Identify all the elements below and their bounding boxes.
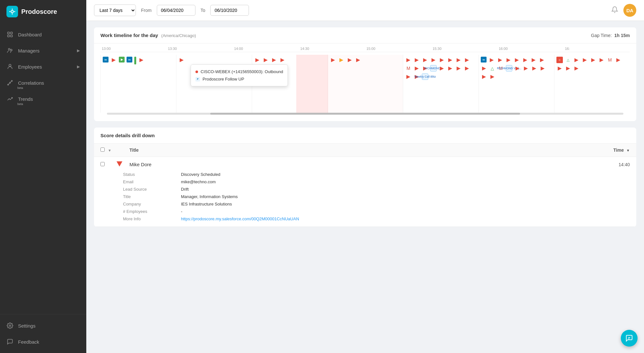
timeline-container[interactable]: 13:00 13:30 14:00 14:30 15:00 15:30 16:0… — [94, 43, 636, 121]
cisco-event-24[interactable]: ▶ — [455, 65, 462, 72]
cisco-event-48[interactable]: ▶ — [565, 65, 571, 72]
green-event[interactable] — [134, 57, 136, 64]
svg-point-5 — [8, 48, 10, 50]
cisco-event-8[interactable]: ▶ — [330, 57, 336, 63]
cisco-event-30[interactable]: ▶ — [505, 57, 512, 63]
cisco-event-10[interactable]: ▶ — [346, 57, 353, 63]
select-all-checkbox[interactable] — [100, 148, 105, 152]
cisco-event-38[interactable]: ▶ — [531, 65, 537, 72]
cal-event-2[interactable]: Weekly Call Blitz — [422, 73, 428, 80]
timeline-scrollbar-thumb — [210, 113, 520, 115]
events-area: in ▶ ▶ in ▶ ▶ ▶ — [100, 55, 630, 113]
cisco-event-47[interactable]: ▶ — [556, 65, 563, 72]
cisco-event-2[interactable]: ▶ — [138, 57, 145, 63]
sidebar-label-settings: Settings — [18, 323, 35, 329]
detail-link-moreinfo[interactable]: https://prodoscore.my.salesforce.com/00Q… — [181, 216, 630, 221]
cisco-event-43[interactable]: ▶ — [582, 57, 588, 63]
cisco-event-35[interactable]: ▶ — [481, 65, 487, 72]
cisco-event-44[interactable]: ▶ — [590, 57, 596, 63]
cisco-text-event[interactable]: C — [556, 57, 563, 63]
cisco-event-45[interactable]: ▶ — [598, 57, 605, 63]
notification-button[interactable] — [611, 6, 618, 15]
cal-event-3[interactable]: RICHMOND VA (... — [506, 65, 512, 72]
from-label: From — [141, 8, 152, 13]
col-1430: ▶ ▶ ▶ ▶ — [327, 55, 403, 113]
linkedin-event-3[interactable]: in — [127, 57, 132, 62]
cisco-event-23[interactable]: ▶ — [447, 65, 453, 72]
cisco-event-14[interactable]: ▶ — [422, 57, 428, 63]
date-range-select[interactable]: Last 7 days Last 30 days Custom — [94, 5, 136, 16]
cisco-event-22[interactable]: ▶ — [439, 65, 445, 72]
sidebar-item-managers[interactable]: Managers ▶ — [0, 43, 86, 59]
sidebar-item-employees[interactable]: Employees ▶ — [0, 59, 86, 75]
cisco-event-9[interactable]: ▶ — [338, 57, 345, 63]
sidebar-item-dashboard[interactable]: Dashboard — [0, 26, 86, 43]
cisco-event-15[interactable]: ▶ — [430, 57, 437, 63]
svg-rect-2 — [11, 32, 13, 34]
sidebar-item-settings[interactable]: Settings — [0, 318, 86, 334]
cisco-event-17[interactable]: ▶ — [447, 57, 453, 63]
cisco-event-20[interactable]: ▶ — [413, 65, 420, 72]
cisco-event-39[interactable]: ▶ — [539, 65, 546, 72]
sidebar-item-feedback[interactable]: Feedback — [0, 334, 86, 350]
cal-event-1[interactable]: RICHMOND... — [430, 65, 437, 72]
gmail-event-3[interactable]: M — [607, 57, 613, 63]
sidebar-label-trends: Trends — [18, 96, 33, 102]
cisco-event-13[interactable]: ▶ — [413, 57, 420, 63]
cisco-event-19[interactable]: ▶ — [464, 57, 470, 63]
linkedin-event-2[interactable]: ▶ — [119, 57, 125, 62]
cisco-event-16[interactable]: ▶ — [439, 57, 445, 63]
from-date-input[interactable] — [157, 5, 195, 16]
cisco-event-33[interactable]: ▶ — [530, 57, 537, 63]
cisco-event-42[interactable]: ▶ — [573, 57, 580, 63]
sidebar-item-correlations[interactable]: Correlations beta — [0, 75, 86, 91]
cisco-event-1[interactable]: ▶ — [110, 57, 117, 63]
row-checkbox-mike[interactable] — [100, 162, 105, 166]
cisco-event-26[interactable]: ▶ — [405, 73, 412, 80]
cisco-event-5[interactable]: ▶ — [262, 57, 269, 63]
sidebar-item-trends[interactable]: Trends beta — [0, 91, 86, 107]
cisco-event-18[interactable]: ▶ — [455, 57, 462, 63]
user-avatar[interactable]: DA — [623, 4, 636, 17]
detail-value-leadsource: Drift — [181, 187, 630, 192]
col-1530: in ▶ ▶ ▶ ▶ ▶ ▶ ▶ ▶ △ M RICHMOND VA (... — [478, 55, 554, 113]
cisco-event-37[interactable]: ▶ — [523, 65, 529, 72]
cisco-event-4[interactable]: ▶ — [254, 57, 260, 63]
score-details-header: Score details drill down — [94, 128, 636, 144]
cisco-event-6[interactable]: ▶ — [271, 57, 277, 63]
svg-point-9 — [9, 82, 10, 83]
col-1300: in ▶ ▶ in ▶ — [100, 55, 176, 113]
timeline-scrollbar-track[interactable] — [107, 113, 623, 115]
cisco-event-36[interactable]: ▶ — [514, 65, 521, 72]
cisco-event-28[interactable]: ▶ — [488, 57, 495, 63]
timeline-hours: 13:00 13:30 14:00 14:30 15:00 15:30 16:0… — [100, 47, 630, 52]
gmail-event-1[interactable]: M — [405, 65, 412, 72]
col-1600: C △ ▶ ▶ ▶ ▶ M ▶ ▶ ▶ ▶ — [554, 55, 630, 113]
score-details-card: Score details drill down ▼ Title Time ▼ — [94, 128, 636, 227]
cisco-event-12[interactable]: ▶ — [405, 57, 412, 63]
svg-point-8 — [8, 84, 9, 85]
sidebar-label-dashboard: Dashboard — [18, 32, 42, 37]
cisco-event-40[interactable]: ▶ — [481, 73, 487, 80]
cisco-event-49[interactable]: ▶ — [573, 65, 580, 72]
gdrive-event-2[interactable]: △ — [565, 57, 571, 63]
cisco-event-11[interactable]: ▶ — [355, 57, 361, 63]
cisco-event-31[interactable]: ▶ — [514, 57, 520, 63]
cisco-event-3[interactable]: ▶ — [178, 57, 185, 63]
cisco-event-7[interactable]: ▶ — [279, 57, 286, 63]
cisco-event-25[interactable]: ▶ — [464, 65, 470, 72]
gdrive-event[interactable]: △ — [489, 65, 496, 72]
score-details-title: Score details drill down — [100, 133, 155, 138]
chat-button[interactable] — [621, 330, 638, 347]
hour-1500: 15:00 — [365, 47, 431, 51]
cisco-event-41[interactable]: ▶ — [489, 73, 496, 80]
header-time-col[interactable]: Time ▼ — [604, 148, 630, 153]
linkedin-event[interactable]: in — [103, 57, 109, 62]
cisco-event-46[interactable]: ▶ — [615, 57, 621, 63]
hour-1600: 16:00 — [497, 47, 564, 51]
cisco-event-29[interactable]: ▶ — [497, 57, 503, 63]
linkedin-event-4[interactable]: in — [481, 57, 487, 62]
cisco-event-32[interactable]: ▶ — [522, 57, 528, 63]
cisco-event-34[interactable]: ▶ — [539, 57, 545, 63]
to-date-input[interactable] — [210, 5, 249, 16]
